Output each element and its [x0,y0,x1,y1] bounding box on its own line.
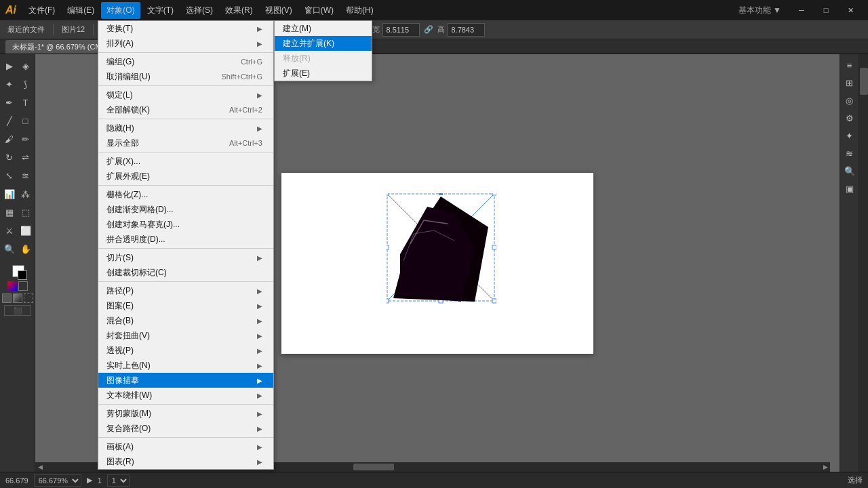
w-input[interactable] [382,23,420,37]
lasso-tool[interactable]: ⟆ [18,75,33,93]
hscroll-thumb[interactable] [353,464,394,470]
menu-expand-appearance[interactable]: 扩展外观(E) [98,169,273,184]
menu-select[interactable]: 选择(S) [180,2,218,19]
menu-file[interactable]: 文件(F) [23,2,60,19]
trace-release[interactable]: 释放(R) [275,51,372,66]
color-mode-btn[interactable] [7,281,17,291]
hscroll-arrow-left[interactable]: ◀ [35,462,45,472]
column-graph-tool[interactable]: ▦ [1,203,17,221]
pencil-tool[interactable]: ✏ [18,130,33,148]
menu-create-gradient-mesh[interactable]: 创建渐变网格(D)... [98,202,273,217]
select-tool[interactable]: ▶ [1,57,17,75]
workspace-label[interactable]: 基本功能 ▼ [730,5,789,16]
none-mode-btn[interactable] [18,281,28,291]
menu-transform[interactable]: 变换(T) ▶ [98,21,273,36]
sep-2 [98,85,273,86]
menu-blend[interactable]: 混合(B) ▶ [98,313,273,328]
panel-btn-5[interactable]: ✦ [842,127,858,144]
menu-unlock-all[interactable]: 全部解锁(K) Alt+Ctrl+2 [98,102,273,117]
menu-create-mosaic[interactable]: 创建对象马赛克(J)... [98,217,273,232]
scale-tool[interactable]: ⤡ [1,167,17,184]
menu-clipping-mask[interactable]: 剪切蒙版(M) ▶ [98,406,273,421]
hscroll-arrow-right[interactable]: ▶ [821,462,830,472]
panels-right: ≡ ⊞ ◎ ⚙ ✦ ≋ 🔍 ▣ [840,54,859,472]
zoom-select[interactable]: 66.679% [34,474,81,487]
menu-view[interactable]: 视图(V) [260,2,298,19]
slice-tool[interactable]: ⚔ [1,222,17,239]
gradient-fill-btn[interactable] [13,293,22,303]
menu-group[interactable]: 编组(G) Ctrl+G [98,54,273,69]
pen-tool[interactable]: ✒ [1,94,17,111]
panel-btn-2[interactable]: ⊞ [842,75,858,91]
menu-window[interactable]: 窗口(W) [299,2,339,19]
panel-btn-7[interactable]: 🔍 [842,163,858,179]
solid-fill-btn[interactable] [2,293,12,303]
menu-ungroup[interactable]: 取消编组(U) Shift+Ctrl+G [98,69,273,84]
menu-effect[interactable]: 效果(R) [220,2,258,19]
maximize-button[interactable]: □ [814,0,838,20]
menu-envelope-distort[interactable]: 封套扭曲(V) ▶ [98,328,273,343]
menu-live-paint[interactable]: 实时上色(N) ▶ [98,358,273,373]
menu-rasterize[interactable]: 栅格化(Z)... [98,187,273,202]
image-num-btn[interactable]: 图片12 [58,23,88,36]
panel-btn-1[interactable]: ≡ [842,57,858,73]
reflect-tool[interactable]: ⇌ [18,148,33,166]
minimize-button[interactable]: ─ [789,0,814,20]
close-button[interactable]: ✕ [838,0,863,20]
artboard-size-btn[interactable]: ⬛ [4,305,31,316]
shape-tool[interactable]: □ [18,112,33,129]
page-select[interactable]: 1 [107,474,130,487]
menu-image-trace[interactable]: 图像描摹 ▶ [98,373,273,388]
symbol-tool[interactable]: ⁂ [18,185,33,203]
paintbrush-tool[interactable]: 🖌 [1,130,17,148]
panel-btn-6[interactable]: ≋ [842,145,858,161]
eraser-tool[interactable]: ⬜ [18,222,33,239]
vscroll-thumb[interactable] [860,68,868,95]
menu-graph[interactable]: 图表(R) ▶ [98,454,273,469]
menu-edit[interactable]: 编辑(E) [62,2,100,19]
trace-make[interactable]: 建立(M) [275,21,372,36]
svg-rect-7 [387,193,389,195]
hand-tool[interactable]: ✋ [18,240,33,258]
menu-path[interactable]: 路径(P) ▶ [98,283,273,298]
trace-submenu[interactable]: 建立(M) 建立并扩展(K) 释放(R) 扩展(E) [274,20,372,81]
trace-make-expand[interactable]: 建立并扩展(K) [275,36,372,51]
trace-expand[interactable]: 扩展(E) [275,66,372,81]
panel-btn-4[interactable]: ⚙ [842,110,858,126]
h-input[interactable] [448,23,485,37]
artboard-icon: ⬛ [14,307,22,314]
magic-wand-tool[interactable]: ✦ [1,75,17,93]
menu-object[interactable]: 对象(O) [101,2,140,19]
menu-hide[interactable]: 隐藏(H) ▶ [98,121,273,136]
zoom-tool[interactable]: 🔍 [1,240,17,258]
tool-row-11: 🔍 ✋ [1,240,33,258]
stroke-swatch[interactable] [18,270,27,280]
menu-show-all[interactable]: 显示全部 Alt+Ctrl+3 [98,136,273,150]
menu-slice[interactable]: 切片(S) ▶ [98,250,273,265]
menu-type[interactable]: 文字(T) [142,2,179,19]
menu-arrange[interactable]: 排列(A) ▶ [98,36,273,51]
menu-artboards[interactable]: 画板(A) ▶ [98,439,273,454]
menu-perspective[interactable]: 透视(P) ▶ [98,343,273,358]
warp-tool[interactable]: ≋ [18,167,33,184]
menu-text-wrap[interactable]: 文本绕排(W) ▶ [98,388,273,403]
graph-tool[interactable]: 📊 [1,185,17,203]
menu-create-crop-marks[interactable]: 创建裁切标记(C) [98,265,273,280]
menu-compound-path[interactable]: 复合路径(O) ▶ [98,421,273,436]
menu-lock[interactable]: 锁定(L) ▶ [98,87,273,102]
recent-files-btn[interactable]: 最近的文件 [4,23,48,36]
pattern-fill-btn[interactable] [24,293,33,303]
object-menu[interactable]: 变换(T) ▶ 排列(A) ▶ 编组(G) Ctrl+G 取消编组(U) Shi… [98,20,274,470]
menu-expand[interactable]: 扩展(X)... [98,154,273,169]
menu-help[interactable]: 帮助(H) [340,2,379,19]
rotate-tool[interactable]: ↻ [1,148,17,166]
vscroll[interactable] [859,54,868,472]
type-tool[interactable]: T [18,94,33,111]
menu-pattern[interactable]: 图案(E) ▶ [98,298,273,313]
artboard-tool[interactable]: ⬚ [18,203,33,221]
direct-select-tool[interactable]: ◈ [18,57,33,75]
panel-btn-3[interactable]: ◎ [842,92,858,108]
panel-btn-8[interactable]: ▣ [842,180,858,197]
line-tool[interactable]: ╱ [1,112,17,129]
menu-flatten-transparency[interactable]: 拼合透明度(D)... [98,232,273,247]
